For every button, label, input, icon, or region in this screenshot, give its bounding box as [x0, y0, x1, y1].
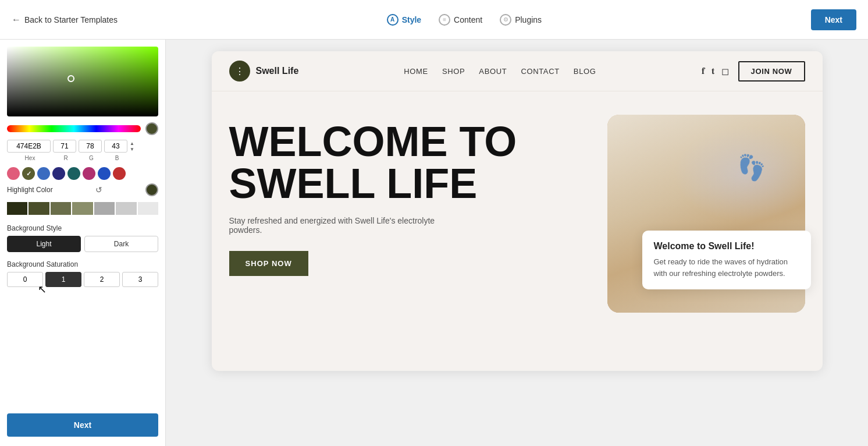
- back-to-templates-link[interactable]: ← Back to Starter Templates: [12, 15, 118, 25]
- logo-icon: ⋮: [229, 61, 250, 82]
- hero-subtitle: Stay refreshed and energized with Swell …: [229, 216, 450, 235]
- color-swatches: [7, 167, 158, 180]
- twitter-icon[interactable]: 𝐭: [712, 66, 714, 77]
- swatch-pink[interactable]: [7, 167, 20, 180]
- gs-swatch-7[interactable]: [138, 202, 158, 215]
- swatch-navy[interactable]: [52, 167, 65, 180]
- tab-content[interactable]: ≡ Content: [439, 14, 482, 26]
- swatch-cobalt[interactable]: [98, 167, 111, 180]
- sat-btn-0[interactable]: 0: [7, 272, 43, 287]
- gs-swatch-4[interactable]: [72, 202, 93, 215]
- nav-home[interactable]: HOME: [404, 67, 428, 76]
- color-gradient-picker[interactable]: [7, 47, 158, 116]
- sat-btn-2[interactable]: 2: [84, 272, 120, 287]
- plugins-tab-icon: ⚙: [500, 14, 511, 26]
- color-inputs-row: ▲ ▼: [7, 140, 158, 153]
- swatch-olive[interactable]: [22, 167, 35, 180]
- website-preview: ⋮ Swell Life HOME SHOP ABOUT CONTACT BLO…: [212, 51, 823, 371]
- b-label: B: [105, 155, 129, 161]
- hex-label: Hex: [8, 155, 52, 161]
- preview-hero: WELCOME TO SWELL LIFE Stay refreshed and…: [212, 91, 823, 371]
- bg-style-light-btn[interactable]: Light: [7, 236, 81, 252]
- logo-dots: ⋮: [235, 66, 244, 77]
- next-button-bottom[interactable]: Next: [7, 413, 158, 437]
- gs-swatch-6[interactable]: [116, 202, 136, 215]
- hue-slider-row: [7, 122, 158, 135]
- top-bar: ← Back to Starter Templates A Style ≡ Co…: [0, 0, 868, 40]
- preview-nav-right: 𝐟 𝐭 ◻ JOIN NOW: [702, 61, 805, 82]
- hero-left: WELCOME TO SWELL LIFE Stay refreshed and…: [229, 115, 596, 276]
- top-tabs: A Style ≡ Content ⚙ Plugins: [387, 14, 542, 26]
- facebook-icon[interactable]: 𝐟: [702, 66, 705, 77]
- popup-title: Welcome to Swell Life!: [654, 241, 799, 252]
- swatch-red[interactable]: [113, 167, 126, 180]
- content-tab-icon: ≡: [439, 14, 450, 26]
- swatch-teal[interactable]: [67, 167, 80, 180]
- main-layout: ▲ ▼ Hex R G B Highlight Color ↺: [0, 40, 868, 446]
- bottom-next-container: Next: [7, 413, 158, 437]
- plugins-tab-label: Plugins: [515, 15, 542, 24]
- style-tab-icon: A: [387, 14, 399, 26]
- back-arrow-icon: ←: [12, 15, 21, 25]
- nav-shop[interactable]: SHOP: [442, 67, 465, 76]
- style-tab-label: Style: [402, 15, 421, 24]
- nav-contact[interactable]: CONTACT: [521, 67, 559, 76]
- gs-swatch-3[interactable]: [51, 202, 71, 215]
- shop-now-button[interactable]: SHOP NOW: [229, 251, 308, 276]
- gs-swatch-1[interactable]: [7, 202, 27, 215]
- g-input[interactable]: [79, 140, 102, 153]
- value-arrows[interactable]: ▲ ▼: [130, 141, 134, 152]
- preview-logo: ⋮ Swell Life: [229, 61, 299, 82]
- nav-blog[interactable]: BLOG: [574, 67, 596, 76]
- hue-slider[interactable]: [7, 125, 141, 132]
- reset-icon[interactable]: ↺: [95, 185, 102, 194]
- back-label: Back to Starter Templates: [24, 15, 118, 24]
- g-label: G: [80, 155, 103, 161]
- hero-right: Welcome to Swell Life! Get ready to ride…: [607, 115, 805, 313]
- preview-nav-links: HOME SHOP ABOUT CONTACT BLOG: [404, 67, 596, 76]
- preview-nav: ⋮ Swell Life HOME SHOP ABOUT CONTACT BLO…: [212, 51, 823, 91]
- highlight-label: Highlight Color: [7, 186, 53, 194]
- bg-style-dark-btn[interactable]: Dark: [84, 236, 158, 252]
- current-color-swatch: [145, 122, 158, 135]
- sat-btn-3[interactable]: 3: [122, 272, 158, 287]
- left-panel: ▲ ▼ Hex R G B Highlight Color ↺: [0, 40, 166, 446]
- bg-style-label: Background Style: [7, 224, 158, 232]
- join-now-button[interactable]: JOIN NOW: [738, 61, 805, 82]
- gs-swatch-5[interactable]: [94, 202, 115, 215]
- logo-text: Swell Life: [256, 66, 299, 76]
- gs-swatch-2[interactable]: [29, 202, 49, 215]
- b-input[interactable]: [104, 140, 127, 153]
- highlight-color-row: Highlight Color ↺: [7, 183, 158, 196]
- hex-input[interactable]: [7, 140, 51, 153]
- content-tab-label: Content: [454, 15, 482, 24]
- social-icons: 𝐟 𝐭 ◻: [702, 66, 729, 77]
- swatch-blue[interactable]: [37, 167, 50, 180]
- sat-btn-1[interactable]: 1: [45, 272, 81, 287]
- hero-title: WELCOME TO SWELL LIFE: [229, 121, 596, 204]
- color-labels-row: Hex R G B: [7, 155, 158, 161]
- r-label: R: [54, 155, 77, 161]
- popup-card: Welcome to Swell Life! Get ready to ride…: [642, 231, 811, 289]
- instagram-icon[interactable]: ◻: [721, 66, 729, 77]
- highlight-color-circle[interactable]: [145, 183, 158, 196]
- r-input[interactable]: [53, 140, 76, 153]
- bg-style-row: Light Dark: [7, 236, 158, 252]
- bg-saturation-label: Background Saturation: [7, 260, 158, 268]
- nav-about[interactable]: ABOUT: [479, 67, 507, 76]
- swatch-magenta[interactable]: [83, 167, 95, 180]
- tab-style[interactable]: A Style: [387, 14, 421, 26]
- gradient-handle: [67, 75, 74, 82]
- tab-plugins[interactable]: ⚙ Plugins: [500, 14, 542, 26]
- popup-text: Get ready to ride the waves of hydration…: [654, 256, 799, 279]
- bg-saturation-row: 0 1 2 3: [7, 272, 158, 287]
- grayscale-row: [7, 202, 158, 215]
- next-button-top[interactable]: Next: [811, 9, 856, 30]
- right-preview: ⋮ Swell Life HOME SHOP ABOUT CONTACT BLO…: [166, 40, 868, 446]
